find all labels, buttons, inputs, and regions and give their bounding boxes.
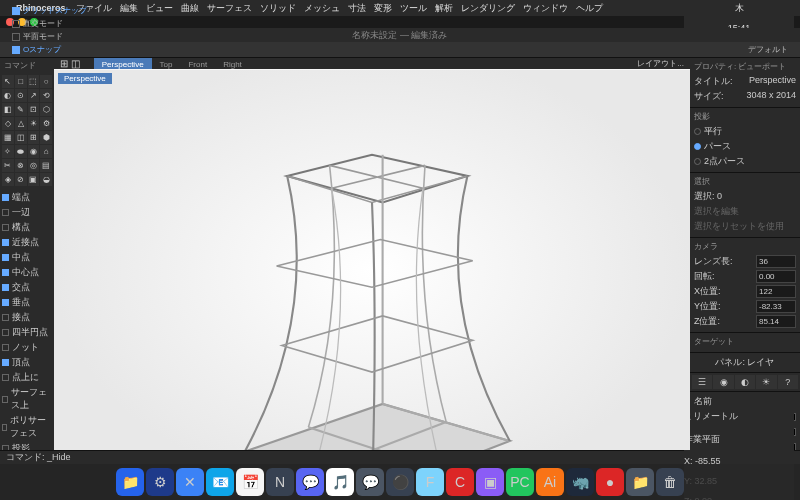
dock-app-0[interactable]: 📁 <box>116 468 144 496</box>
osnap-中点[interactable]: 中点 <box>2 250 52 265</box>
osnap-ポリサーフェス[interactable]: ポリサーフェス <box>2 413 52 441</box>
tool-17[interactable]: ◫ <box>15 131 27 144</box>
menu-メッシュ[interactable]: メッシュ <box>304 3 340 13</box>
toolbar-Oスナップ[interactable]: Oスナップ <box>6 43 93 56</box>
tab-light-icon[interactable]: ☀ <box>756 375 776 389</box>
dock-app-13[interactable]: PC <box>506 468 534 496</box>
menu-編集[interactable]: 編集 <box>120 3 138 13</box>
toolbar-平面モード[interactable]: 平面モード <box>6 30 93 43</box>
dock-app-9[interactable]: ⚫ <box>386 468 414 496</box>
tool-26[interactable]: ◎ <box>28 159 40 172</box>
tool-4[interactable]: ◐ <box>2 89 14 102</box>
viewport-grid-icon[interactable]: ⊞ ◫ <box>60 58 80 69</box>
osnap-中心点[interactable]: 中心点 <box>2 265 52 280</box>
osnap-ノット[interactable]: ノット <box>2 340 52 355</box>
tool-10[interactable]: ⊡ <box>28 103 40 116</box>
dock-app-6[interactable]: 💬 <box>296 468 324 496</box>
cplane-selector[interactable]: デフォルト <box>742 43 794 56</box>
dock-app-17[interactable]: 📁 <box>626 468 654 496</box>
tool-7[interactable]: ⟲ <box>40 89 52 102</box>
dock-app-3[interactable]: 📧 <box>206 468 234 496</box>
tool-16[interactable]: ▦ <box>2 131 14 144</box>
menu-ソリッド[interactable]: ソリッド <box>260 3 296 13</box>
tab-layers-icon[interactable]: ☰ <box>692 375 712 389</box>
osnap-サーフェス上[interactable]: サーフェス上 <box>2 385 52 413</box>
prop-title-value[interactable]: Perspective <box>749 75 796 88</box>
dock-app-5[interactable]: N <box>266 468 294 496</box>
dock-app-4[interactable]: 📅 <box>236 468 264 496</box>
tool-5[interactable]: ⊙ <box>15 89 27 102</box>
tool-11[interactable]: ⬡ <box>40 103 52 116</box>
status-cplane[interactable]: 作業平面 <box>684 433 794 446</box>
menu-変形[interactable]: 変形 <box>374 3 392 13</box>
tool-25[interactable]: ⊗ <box>15 159 27 172</box>
tab-help-icon[interactable]: ? <box>778 375 798 389</box>
dock-app-8[interactable]: 💬 <box>356 468 384 496</box>
layout-button[interactable]: レイアウト... <box>637 58 684 69</box>
menu-ビュー[interactable]: ビュー <box>146 3 173 13</box>
tool-28[interactable]: ◈ <box>2 173 14 186</box>
menu-ウィンドウ[interactable]: ウィンドウ <box>523 3 568 13</box>
menu-解析[interactable]: 解析 <box>435 3 453 13</box>
tool-1[interactable]: □ <box>15 75 27 88</box>
menu-サーフェス[interactable]: サーフェス <box>207 3 252 13</box>
osnap-垂点[interactable]: 垂点 <box>2 295 52 310</box>
tool-21[interactable]: ⬬ <box>15 145 27 158</box>
dock-app-18[interactable]: 🗑 <box>656 468 684 496</box>
tool-6[interactable]: ↗ <box>28 89 40 102</box>
tool-13[interactable]: △ <box>15 117 27 130</box>
tool-8[interactable]: ◧ <box>2 103 14 116</box>
tool-27[interactable]: ▤ <box>40 159 52 172</box>
tool-14[interactable]: ☀ <box>28 117 40 130</box>
dock-app-7[interactable]: 🎵 <box>326 468 354 496</box>
tool-15[interactable]: ⚙ <box>40 117 52 130</box>
toolbar-直交モード[interactable]: 直交モード <box>6 17 93 30</box>
rot-input[interactable] <box>756 270 796 283</box>
menu-ヘルプ[interactable]: ヘルプ <box>576 3 603 13</box>
osnap-構点[interactable]: 構点 <box>2 220 52 235</box>
camx-input[interactable] <box>756 285 796 298</box>
tool-29[interactable]: ⊘ <box>15 173 27 186</box>
osnap-頂点[interactable]: 頂点 <box>2 355 52 370</box>
tool-3[interactable]: ○ <box>40 75 52 88</box>
lens-input[interactable] <box>756 255 796 268</box>
tool-30[interactable]: ▣ <box>28 173 40 186</box>
tab-props-icon[interactable]: ◉ <box>713 375 733 389</box>
status-unit[interactable]: ミリメートル <box>684 410 794 423</box>
tool-22[interactable]: ◉ <box>28 145 40 158</box>
proj-パース[interactable]: パース <box>694 139 796 154</box>
menu-レンダリング[interactable]: レンダリング <box>461 3 515 13</box>
menu-寸法[interactable]: 寸法 <box>348 3 366 13</box>
camz-input[interactable] <box>756 315 796 328</box>
tool-23[interactable]: ⌂ <box>40 145 52 158</box>
camy-input[interactable] <box>756 300 796 313</box>
tool-19[interactable]: ⬢ <box>40 131 52 144</box>
proj-2点パース[interactable]: 2点パース <box>694 154 796 169</box>
menu-ツール[interactable]: ツール <box>400 3 427 13</box>
dock-app-1[interactable]: ⚙ <box>146 468 174 496</box>
toolbar-グリッドスナップ[interactable]: グリッドスナップ <box>6 4 93 17</box>
tab-mat-icon[interactable]: ◐ <box>735 375 755 389</box>
osnap-点上に[interactable]: 点上に <box>2 370 52 385</box>
dock-app-16[interactable]: ● <box>596 468 624 496</box>
tool-2[interactable]: ⬚ <box>28 75 40 88</box>
tool-0[interactable]: ↖ <box>2 75 14 88</box>
proj-平行[interactable]: 平行 <box>694 124 796 139</box>
tool-12[interactable]: ◇ <box>2 117 14 130</box>
command-prompt[interactable]: コマンド: _Hide <box>6 451 71 464</box>
osnap-交点[interactable]: 交点 <box>2 280 52 295</box>
osnap-投影[interactable]: 投影 <box>2 441 52 450</box>
dock-app-10[interactable]: F <box>416 468 444 496</box>
osnap-一辺[interactable]: 一辺 <box>2 205 52 220</box>
dock-app-14[interactable]: Ai <box>536 468 564 496</box>
osnap-端点[interactable]: 端点 <box>2 190 52 205</box>
osnap-近接点[interactable]: 近接点 <box>2 235 52 250</box>
tool-18[interactable]: ⊞ <box>28 131 40 144</box>
tool-20[interactable]: ✧ <box>2 145 14 158</box>
dock-app-15[interactable]: 🦏 <box>566 468 594 496</box>
tool-31[interactable]: ◒ <box>40 173 52 186</box>
dock-app-2[interactable]: ✕ <box>176 468 204 496</box>
viewport-label[interactable]: Perspective <box>58 73 112 84</box>
dock-app-12[interactable]: ▣ <box>476 468 504 496</box>
menu-曲線[interactable]: 曲線 <box>181 3 199 13</box>
